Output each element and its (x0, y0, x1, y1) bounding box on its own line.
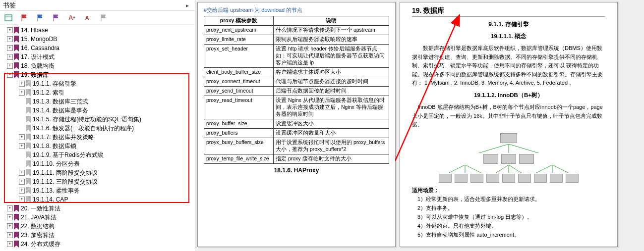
param-desc: 限制从后端服务器读取响应的速率 (274, 35, 389, 45)
bookmark-item[interactable]: -19. 数据库 (0, 70, 195, 79)
bookmark-item[interactable]: +16. Cassandra (0, 44, 195, 52)
scenario-item: 3）可以从灾难中恢复（通过 bin-log 日志等）。 (417, 213, 605, 221)
expand-toggle[interactable]: + (7, 223, 13, 229)
scenario-item: 1）经常更新的表，适合处理多重并发的更新请求。 (417, 196, 605, 203)
bookmark-item[interactable]: +19.1.13. 柔性事务 (0, 186, 195, 195)
param-desc: 代理与后端节点服务器连接的超时时间 (274, 77, 389, 87)
bookmark-label: 19.1.3. 数据库三范式 (33, 98, 88, 106)
bookmark-item[interactable]: 19.1.3. 数据库三范式 (0, 97, 195, 106)
scenario-item: 4）外键约束。只有他支持外键。 (417, 222, 605, 230)
flag-grey-icon[interactable] (99, 13, 108, 22)
expand-toggle[interactable]: + (7, 205, 13, 211)
page-left: #交给后端 upstream 为 download 的节点 proxy 模块参数… (197, 2, 396, 247)
bookmark-label: 17. 设计模式 (21, 53, 55, 61)
flag-blue-icon[interactable] (36, 13, 45, 22)
expand-toggle[interactable]: + (7, 232, 13, 238)
bookmark-item[interactable]: +24. 分布式缓存 (0, 240, 195, 249)
param-name: proxy_read_timeout (204, 96, 274, 119)
param-name: proyx_busy_buffers_size (204, 138, 274, 154)
expand-toggle[interactable]: + (19, 188, 25, 194)
font-minus-icon[interactable]: A- (83, 13, 92, 22)
table-row: client_body_buffer_size客户端请求主体缓冲区大小 (204, 68, 389, 77)
bookmark-icon (26, 134, 31, 141)
collapse-icon[interactable]: ▸ (183, 2, 192, 9)
expand-toggle[interactable]: + (19, 179, 25, 185)
expand-toggle[interactable]: - (7, 72, 13, 78)
bookmark-item[interactable]: +20. 一致性算法 (0, 204, 195, 213)
expand-toggle[interactable]: + (19, 81, 25, 87)
bookmark-item[interactable]: +19.1.1. 存储引擎 (0, 79, 195, 88)
expand-toggle[interactable]: + (19, 134, 25, 140)
bookmark-label: 19.1.5. 存储过程(特定功能的SQL 语句集) (33, 115, 141, 124)
param-name: client_body_buffer_size (204, 68, 274, 77)
expand-toggle[interactable]: + (7, 36, 13, 42)
flag-purple-icon[interactable] (52, 13, 60, 22)
subsection-concept: 19.1.1.1. 概念 (412, 33, 605, 40)
section-storage-engine: 9.1.1. 存储引擎 (412, 20, 605, 29)
bookmark-label: 24. 分布式缓存 (21, 240, 60, 249)
scenario-title: 适用场景： (412, 187, 605, 194)
expand-toggle[interactable]: + (7, 45, 13, 51)
innodb-paragraph: InnoDB 底层存储结构为B+树，B树的每个节点对应innodb的一个page… (412, 103, 605, 129)
bookmark-item[interactable]: +21. JAVA算法 (0, 213, 195, 222)
bookmark-item[interactable]: +14. Hbase (0, 26, 195, 35)
expand-toggle[interactable]: + (19, 90, 25, 96)
bookmark-item[interactable]: 19.1.10. 分区分表 (0, 159, 195, 168)
expand-toggle[interactable]: + (19, 143, 25, 149)
bookmark-item[interactable]: 19.1.4. 数据库是事务 (0, 106, 195, 115)
bookmark-item[interactable]: +19.1.7. 数据库并发策略 (0, 133, 195, 142)
bookmark-icon (14, 62, 19, 69)
param-name: proxy_buffer_size (204, 119, 274, 129)
expand-toggle[interactable]: + (7, 63, 13, 69)
param-name: proxy_next_upstream (204, 26, 274, 35)
bookmark-icon (26, 116, 31, 123)
table-row: proxy_buffer_size设置缓冲区大小 (204, 119, 389, 129)
bookmark-item[interactable]: +19.1.8. 数据库锁 (0, 142, 195, 151)
bookmark-item[interactable]: +19.1.12. 三阶段提交协议 (0, 177, 195, 186)
sidebar-toolbar: A+ A- (0, 11, 195, 25)
proxy-params-table: proxy 模块参数 说明 proxy_next_upstream什么情况下将请… (204, 16, 389, 164)
bookmark-label: 19.1.9. 基于Redis分布式锁 (33, 151, 104, 159)
svg-line-14 (552, 165, 568, 173)
bookmark-label: 19.1.2. 索引 (33, 89, 64, 97)
bookmark-item[interactable]: +17. 设计模式 (0, 52, 195, 61)
bookmark-item[interactable]: +19.1.11. 两阶段提交协议 (0, 168, 195, 177)
svg-line-12 (536, 165, 552, 173)
bookmark-item[interactable]: +18. 负载均衡 (0, 61, 195, 70)
table-row: proxy_limite_rate限制从后端服务器读取响应的速率 (204, 35, 389, 45)
expand-toggle (19, 161, 25, 167)
bookmark-icon (26, 178, 31, 185)
bookmark-item[interactable]: +15. MongoDB (0, 35, 195, 44)
bookmark-icon (14, 53, 19, 60)
bookmark-icon (14, 205, 19, 212)
expand-toggle[interactable]: + (7, 27, 13, 33)
bookmark-item[interactable]: 19.1.9. 基于Redis分布式锁 (0, 151, 195, 159)
param-desc: 设置 Nginx 从代理的后端服务器获取信息的时间，表示连接成功建立后，Ngin… (274, 96, 389, 119)
expand-toggle[interactable]: + (7, 54, 13, 60)
flag-red-icon[interactable] (20, 13, 29, 22)
panel-icon[interactable] (4, 13, 13, 22)
document-viewport[interactable]: #交给后端 upstream 为 download 的节点 proxy 模块参数… (195, 0, 644, 251)
bookmark-label: 19.1.11. 两阶段提交协议 (33, 169, 98, 177)
bookmark-item[interactable]: +22. 数据结构 (0, 222, 195, 231)
comment-link[interactable]: #交给后端 upstream 为 download 的节点 (204, 6, 389, 14)
bookmark-item[interactable]: 19.1.5. 存储过程(特定功能的SQL 语句集) (0, 115, 195, 124)
expand-toggle (19, 107, 25, 113)
expand-toggle[interactable]: + (7, 214, 13, 220)
svg-rect-0 (5, 15, 12, 21)
bookmark-item[interactable]: +23. 加密算法 (0, 231, 195, 240)
bookmark-label: 18. 负载均衡 (21, 62, 55, 70)
bookmark-icon (14, 232, 19, 239)
font-plus-icon[interactable]: A+ (67, 13, 76, 22)
bookmark-label: 22. 数据结构 (21, 222, 55, 231)
expand-toggle[interactable]: + (19, 197, 25, 202)
bookmark-item[interactable]: +19.1.14. CAP (0, 195, 195, 204)
col-param: proxy 模块参数 (204, 16, 274, 26)
expand-toggle[interactable]: + (7, 241, 13, 247)
bookmark-item[interactable]: +19.1.2. 索引 (0, 88, 195, 97)
bookmark-item[interactable]: 19.1.6. 触发器(一段能自动执行的程序) (0, 124, 195, 133)
table-row: proxy_connect_timeout代理与后端节点服务器连接的超时时间 (204, 77, 389, 87)
expand-toggle[interactable]: + (19, 170, 25, 176)
param-desc: 用于设置系统很忙时可以使用的 proxy_buffers 大小，推荐为 prox… (274, 138, 389, 154)
param-desc: 指定 proxy 缓存临时文件的大小 (274, 154, 389, 164)
